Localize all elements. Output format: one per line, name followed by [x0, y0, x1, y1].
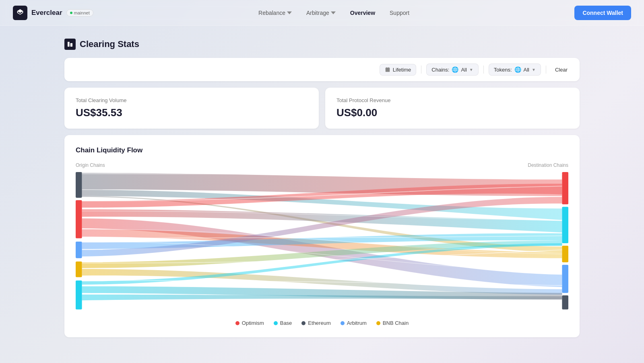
legend-label-bnbchain: BNB Chain: [383, 320, 409, 326]
connect-wallet-button[interactable]: Connect Wallet: [574, 6, 631, 20]
nav-support[interactable]: Support: [390, 10, 409, 16]
svg-rect-6: [76, 172, 82, 198]
calendar-icon: [385, 67, 390, 72]
total-clearing-volume-label: Total Clearing Volume: [76, 97, 308, 103]
legend-ethereum: Ethereum: [301, 320, 330, 326]
origin-chains-label: Origin Chains: [76, 162, 105, 168]
legend-base: Base: [274, 320, 292, 326]
nav-brand: Everclear mainnet: [13, 6, 93, 20]
legend-optimism: Optimism: [235, 320, 264, 326]
flow-chart-title: Chain Liquidity Flow: [76, 146, 568, 154]
legend-arbitrum: Arbitrum: [341, 320, 367, 326]
chevron-down-icon: [287, 10, 292, 15]
brand-logo: [13, 6, 27, 20]
total-protocol-revenue-label: Total Protocol Revenue: [336, 97, 568, 103]
svg-rect-8: [76, 242, 82, 258]
filter-divider-2: [483, 66, 484, 74]
chains-globe-icon: 🌐: [452, 66, 458, 73]
chevron-down-icon: [331, 10, 336, 15]
svg-rect-0: [68, 42, 70, 47]
tokens-filter-button[interactable]: Tokens: 🌐 All ▼: [489, 64, 541, 76]
total-clearing-volume-card: Total Clearing Volume US$35.53: [64, 88, 319, 129]
stat-cards: Total Clearing Volume US$35.53 Total Pro…: [64, 88, 580, 129]
svg-rect-15: [562, 295, 568, 310]
nav-links: Rebalance Arbitrage Overview Support: [258, 10, 409, 16]
page-title: Clearing Stats: [80, 39, 139, 49]
lifetime-filter-button[interactable]: Lifetime: [380, 64, 417, 76]
svg-rect-12: [562, 207, 568, 244]
filter-divider: [421, 66, 421, 74]
legend-dot-bnbchain: [376, 321, 380, 325]
network-name: mainnet: [74, 10, 90, 15]
legend-dot-ethereum: [301, 321, 305, 325]
svg-rect-2: [386, 68, 390, 72]
legend-label-base: Base: [280, 320, 292, 326]
clear-button[interactable]: Clear: [551, 64, 572, 75]
svg-rect-14: [562, 265, 568, 293]
flow-chart-labels: Origin Chains Destination Chains: [76, 162, 568, 168]
chains-chevron-icon: ▼: [469, 68, 473, 72]
svg-rect-1: [70, 43, 72, 47]
sankey-chart: [76, 171, 568, 312]
legend-label-arbitrum: Arbitrum: [347, 320, 367, 326]
svg-rect-13: [562, 246, 568, 262]
tokens-chevron-icon: ▼: [532, 68, 536, 72]
legend-label-ethereum: Ethereum: [308, 320, 330, 326]
network-status-dot: [70, 12, 72, 14]
legend-dot-optimism: [235, 321, 239, 325]
total-protocol-revenue-value: US$0.00: [336, 107, 568, 119]
tokens-globe-icon: 🌐: [514, 66, 521, 73]
chain-liquidity-flow-card: Chain Liquidity Flow Origin Chains Desti…: [64, 135, 580, 337]
destination-chains-label: Destination Chains: [528, 162, 568, 168]
nav-overview[interactable]: Overview: [350, 10, 375, 16]
navbar: Everclear mainnet Rebalance Arbitrage Ov…: [0, 0, 644, 26]
svg-rect-7: [76, 200, 82, 238]
nav-rebalance[interactable]: Rebalance: [258, 10, 292, 16]
total-clearing-volume-value: US$35.53: [76, 107, 308, 119]
svg-rect-11: [562, 172, 568, 204]
filter-divider-3: [546, 66, 546, 74]
chains-filter-button[interactable]: Chains: 🌐 All ▼: [426, 64, 478, 76]
legend-bnbchain: BNB Chain: [376, 320, 409, 326]
network-badge: mainnet: [66, 9, 93, 16]
nav-arbitrage[interactable]: Arbitrage: [306, 10, 336, 16]
svg-rect-10: [76, 281, 82, 310]
total-protocol-revenue-card: Total Protocol Revenue US$0.00: [325, 88, 580, 129]
page-title-icon: [64, 39, 76, 50]
page-header: Clearing Stats: [64, 39, 580, 50]
chart-legend: Optimism Base Ethereum Arbitrum BNB Chai…: [76, 320, 568, 326]
legend-dot-arbitrum: [341, 321, 345, 325]
legend-dot-base: [274, 321, 278, 325]
filter-bar: Lifetime Chains: 🌐 All ▼ Tokens: 🌐 All ▼…: [64, 58, 580, 81]
brand-name: Everclear: [31, 9, 62, 17]
svg-rect-9: [76, 261, 82, 277]
page-content: Clearing Stats Lifetime Chains: 🌐 All ▼ …: [0, 26, 644, 350]
legend-label-optimism: Optimism: [242, 320, 264, 326]
